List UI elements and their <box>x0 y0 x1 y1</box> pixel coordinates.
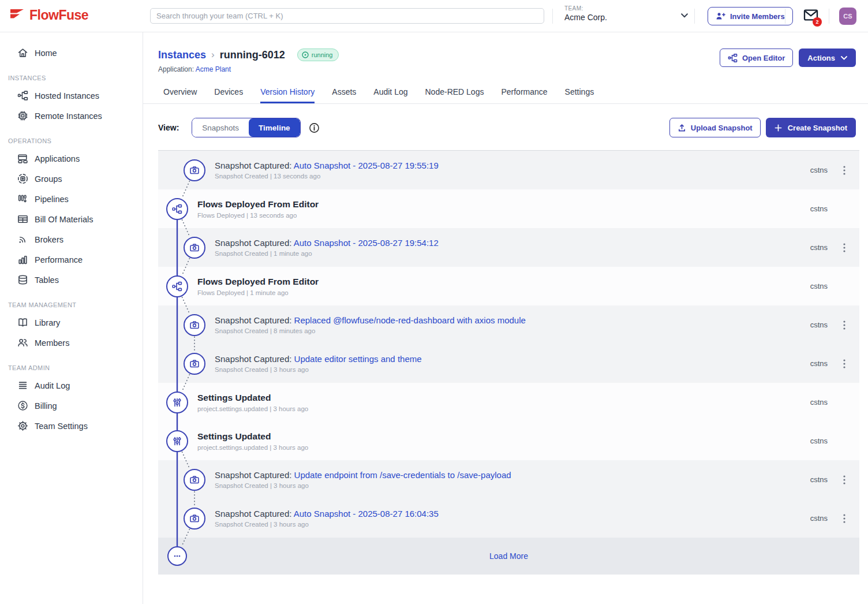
timeline-row-title: Settings Updated <box>197 393 810 403</box>
camera-icon <box>184 237 205 259</box>
flowfuse-logo-icon <box>8 7 25 23</box>
kebab-menu-icon[interactable] <box>840 473 849 487</box>
open-editor-button[interactable]: Open Editor <box>720 49 793 67</box>
snapshot-link[interactable]: Update endpoint from /save-credentials t… <box>294 470 511 480</box>
sidebar-item-hosted-instances[interactable]: Hosted Instances <box>0 85 143 106</box>
upload-icon <box>678 124 686 132</box>
tab-node-red-logs[interactable]: Node-RED Logs <box>425 87 484 103</box>
team-label: TEAM: <box>564 5 607 12</box>
timeline-table: Snapshot Captured: Auto Snapshot - 2025-… <box>158 150 859 575</box>
tab-performance[interactable]: Performance <box>501 87 547 103</box>
timeline-row-snapshot: Snapshot Captured: Update editor setting… <box>158 344 859 383</box>
timeline-row-snapshot: Snapshot Captured: Replaced @flowfuse/no… <box>158 305 859 344</box>
timeline-row-meta: Snapshot Created | 3 hours ago <box>215 521 810 528</box>
sidebar-item-label: Bill Of Materials <box>35 215 93 224</box>
application-link[interactable]: Acme Plant <box>196 65 231 73</box>
timeline-row-user: cstns <box>810 320 828 329</box>
create-snapshot-button[interactable]: Create Snapshot <box>766 118 856 137</box>
sliders-icon <box>166 392 188 413</box>
sidebar-item-audit-log[interactable]: Audit Log <box>0 375 143 396</box>
team-selector[interactable]: TEAM: Acme Corp. <box>564 5 607 22</box>
search-input[interactable] <box>150 8 544 24</box>
breadcrumb-instances-link[interactable]: Instances <box>158 49 206 61</box>
sidebar-item-groups[interactable]: Groups <box>0 169 143 189</box>
timeline-row-user: cstns <box>810 243 828 252</box>
camera-icon <box>184 314 205 336</box>
kebab-menu-icon[interactable] <box>840 163 849 177</box>
kebab-menu-icon[interactable] <box>840 512 849 525</box>
home-icon <box>17 47 28 58</box>
tab-audit-log[interactable]: Audit Log <box>373 87 407 103</box>
divider <box>552 9 553 24</box>
actions-button[interactable]: Actions <box>799 49 856 67</box>
snapshot-link[interactable]: Replaced @flowfuse/node-red-dashboard wi… <box>294 315 526 325</box>
load-more-button[interactable]: Load More <box>489 551 528 561</box>
kebab-menu-icon[interactable] <box>840 241 849 255</box>
tab-devices[interactable]: Devices <box>214 87 243 103</box>
deploy-icon <box>166 198 188 220</box>
timeline-row-snapshot: Snapshot Captured: Update endpoint from … <box>158 460 859 499</box>
dollar-icon <box>17 400 28 411</box>
sidebar-item-billing[interactable]: Billing <box>0 396 143 416</box>
timeline-row-user: cstns <box>810 398 828 407</box>
timeline-row-event: Settings Updated project.settings.update… <box>158 383 859 422</box>
mail-button[interactable]: 2 <box>803 9 821 25</box>
timeline-row-meta: Snapshot Created | 13 seconds ago <box>215 173 810 180</box>
avatar[interactable]: CS <box>839 8 856 25</box>
status-badge-label: running <box>312 51 333 58</box>
info-icon[interactable] <box>309 122 320 133</box>
timeline-row-meta: Snapshot Created | 1 minute ago <box>215 250 810 257</box>
sidebar-item-members[interactable]: Members <box>0 333 143 353</box>
sidebar-item-label: Team Settings <box>35 422 88 431</box>
camera-icon <box>184 353 205 375</box>
tab-overview[interactable]: Overview <box>163 87 197 103</box>
flowfuse-logo[interactable]: FlowFuse <box>8 7 88 23</box>
sidebar-item-performance[interactable]: Performance <box>0 249 143 270</box>
open-editor-label: Open Editor <box>742 54 785 62</box>
sidebar-item-brokers[interactable]: Brokers <box>0 229 143 249</box>
timeline-row-user: cstns <box>810 204 828 213</box>
broadcast-icon <box>17 234 28 245</box>
chevron-down-icon <box>841 56 847 60</box>
timeline-row-meta: Snapshot Created | 3 hours ago <box>215 482 810 489</box>
grid-table-icon <box>17 214 28 225</box>
snapshot-link[interactable]: Auto Snapshot - 2025-08-27 19:54:12 <box>294 238 439 248</box>
tab-settings[interactable]: Settings <box>565 87 594 103</box>
kebab-menu-icon[interactable] <box>840 318 849 332</box>
view-toggle-snapshots[interactable]: Snapshots <box>192 118 249 137</box>
status-badge: running <box>297 49 339 61</box>
sidebar: Home INSTANCES Hosted Instances Remote I… <box>0 32 143 604</box>
sidebar-item-bill-of-materials[interactable]: Bill Of Materials <box>0 209 143 229</box>
snapshot-link[interactable]: Auto Snapshot - 2025-08-27 19:55:19 <box>294 161 439 170</box>
upload-snapshot-button[interactable]: Upload Snapshot <box>669 118 761 137</box>
sidebar-item-label: Remote Instances <box>35 111 102 121</box>
team-name: Acme Corp. <box>564 13 607 22</box>
snapshot-link[interactable]: Update editor settings and theme <box>294 354 422 364</box>
sidebar-item-applications[interactable]: Applications <box>0 148 143 169</box>
windows-icon <box>17 153 28 164</box>
sidebar-item-pipelines[interactable]: Pipelines <box>0 189 143 209</box>
plus-icon <box>775 124 782 132</box>
sidebar-item-remote-instances[interactable]: Remote Instances <box>0 106 143 126</box>
tab-version-history[interactable]: Version History <box>260 87 315 103</box>
tab-assets[interactable]: Assets <box>332 87 356 103</box>
sidebar-item-label: Audit Log <box>35 381 70 390</box>
timeline-row-meta: Flows Deployed | 13 seconds ago <box>197 212 810 219</box>
snapshot-title-prefix: Snapshot Captured: <box>215 161 294 170</box>
sidebar-item-tables[interactable]: Tables <box>0 270 143 290</box>
chevron-down-icon[interactable] <box>681 13 688 18</box>
timeline-row-meta: Snapshot Created | 3 hours ago <box>215 366 810 373</box>
invite-members-button[interactable]: Invite Members <box>708 7 793 25</box>
chip-group-icon <box>17 173 28 184</box>
chip-icon <box>17 110 28 121</box>
timeline-row-meta: Snapshot Created | 8 minutes ago <box>215 327 810 334</box>
sidebar-item-library[interactable]: Library <box>0 312 143 333</box>
sidebar-item-label: Hosted Instances <box>35 91 99 100</box>
sidebar-item-home[interactable]: Home <box>0 43 143 63</box>
snapshot-title-prefix: Snapshot Captured: <box>215 509 294 519</box>
kebab-menu-icon[interactable] <box>840 357 849 371</box>
snapshot-link[interactable]: Auto Snapshot - 2025-08-27 16:04:35 <box>294 509 439 519</box>
view-toggle-timeline[interactable]: Timeline <box>249 118 300 137</box>
sidebar-item-team-settings[interactable]: Team Settings <box>0 416 143 436</box>
user-plus-icon <box>716 12 725 21</box>
